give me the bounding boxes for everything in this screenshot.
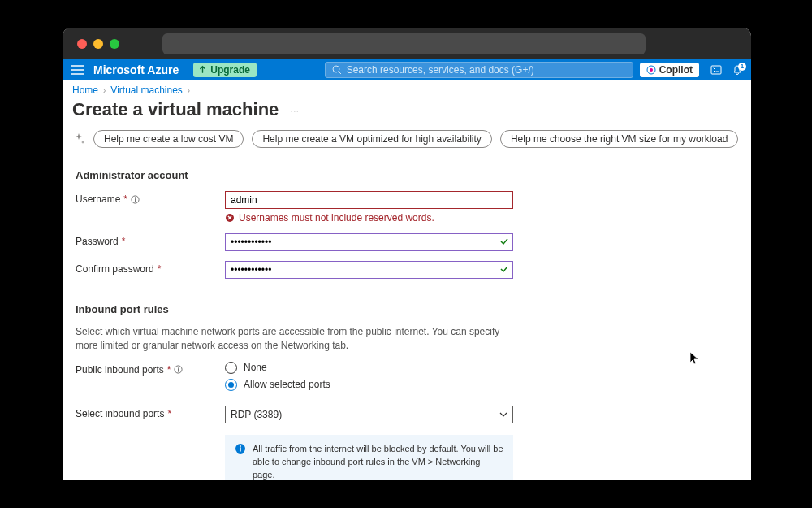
suggestion-low-cost[interactable]: Help me create a low cost VM bbox=[93, 130, 244, 148]
ports-section-heading: Inbound port rules bbox=[76, 303, 741, 315]
browser-window: Microsoft Azure Upgrade Search resources… bbox=[63, 28, 751, 480]
upgrade-button[interactable]: Upgrade bbox=[193, 63, 257, 77]
admin-section-heading: Administrator account bbox=[76, 169, 741, 181]
error-icon bbox=[225, 213, 235, 223]
form-body: Administrator account Username * Usernam… bbox=[63, 153, 751, 480]
cloudshell-button[interactable] bbox=[706, 64, 727, 76]
breadcrumb-virtual-machines[interactable]: Virtual machines bbox=[110, 85, 183, 96]
minimize-window-button[interactable] bbox=[93, 39, 103, 49]
username-error: Usernames must not include reserved word… bbox=[225, 212, 513, 224]
radio-none[interactable]: None bbox=[225, 362, 513, 374]
chevron-down-icon bbox=[499, 410, 508, 419]
check-icon bbox=[499, 237, 509, 249]
page-title-row: Create a virtual machine ··· bbox=[63, 99, 751, 124]
maximize-window-button[interactable] bbox=[110, 39, 119, 49]
content-area: Home › Virtual machines › Create a virtu… bbox=[63, 80, 751, 480]
info-text: All traffic from the internet will be bl… bbox=[253, 443, 503, 480]
svg-point-0 bbox=[333, 66, 339, 72]
svg-point-2 bbox=[650, 68, 653, 72]
notifications-button[interactable]: 1 bbox=[727, 64, 748, 76]
url-bar[interactable] bbox=[162, 33, 646, 54]
required-marker: * bbox=[122, 236, 126, 247]
suggestion-vm-size[interactable]: Help me choose the right VM size for my … bbox=[500, 130, 738, 148]
username-row: Username * Usernames must not include re… bbox=[76, 191, 741, 224]
info-box: All traffic from the internet will be bl… bbox=[225, 435, 513, 480]
chevron-right-icon: › bbox=[103, 86, 106, 95]
hamburger-menu-button[interactable] bbox=[67, 65, 87, 75]
upgrade-icon bbox=[198, 65, 207, 74]
required-marker: * bbox=[158, 263, 162, 275]
password-input[interactable] bbox=[225, 233, 513, 251]
suggestion-high-availability[interactable]: Help me create a VM optimized for high a… bbox=[252, 130, 491, 148]
username-label: Username * bbox=[76, 191, 225, 205]
upgrade-label: Upgrade bbox=[210, 64, 250, 76]
confirm-password-input[interactable] bbox=[225, 261, 513, 279]
required-marker: * bbox=[167, 364, 171, 376]
chevron-right-icon: › bbox=[188, 86, 190, 95]
svg-rect-3 bbox=[711, 66, 721, 74]
info-icon bbox=[235, 443, 246, 454]
password-label: Password * bbox=[76, 233, 225, 247]
close-window-button[interactable] bbox=[77, 39, 87, 49]
confirm-password-label: Confirm password * bbox=[76, 261, 225, 275]
notification-badge: 1 bbox=[738, 63, 746, 71]
check-icon bbox=[499, 264, 509, 276]
sparkle-icon bbox=[72, 132, 85, 147]
copilot-button[interactable]: Copilot bbox=[640, 63, 699, 77]
select-inbound-ports[interactable]: RDP (3389) bbox=[225, 406, 513, 423]
cloudshell-icon bbox=[710, 64, 722, 76]
select-ports-label: Select inbound ports * bbox=[76, 406, 225, 419]
search-input[interactable]: Search resources, services, and docs (G+… bbox=[325, 62, 633, 78]
required-marker: * bbox=[123, 193, 127, 205]
copilot-icon bbox=[646, 65, 656, 75]
search-icon bbox=[332, 65, 342, 75]
page-title: Create a virtual machine bbox=[72, 99, 279, 120]
select-ports-row: Select inbound ports * RDP (3389) bbox=[76, 406, 741, 423]
search-placeholder: Search resources, services, and docs (G+… bbox=[347, 64, 534, 76]
public-ports-label: Public inbound ports * bbox=[76, 362, 225, 376]
titlebar bbox=[63, 28, 751, 59]
breadcrumb: Home › Virtual machines › bbox=[63, 80, 751, 99]
public-ports-row: Public inbound ports * None Allow select… bbox=[76, 362, 741, 391]
info-icon[interactable] bbox=[174, 365, 183, 374]
username-input[interactable] bbox=[225, 191, 513, 209]
password-row: Password * bbox=[76, 233, 741, 251]
radio-icon bbox=[225, 362, 237, 374]
azure-header: Microsoft Azure Upgrade Search resources… bbox=[63, 59, 751, 80]
radio-icon bbox=[225, 379, 237, 391]
more-actions-button[interactable]: ··· bbox=[290, 104, 299, 116]
suggestion-row: Help me create a low cost VM Help me cre… bbox=[63, 124, 751, 153]
breadcrumb-home[interactable]: Home bbox=[72, 85, 98, 96]
required-marker: * bbox=[167, 408, 171, 419]
hamburger-icon bbox=[71, 65, 84, 75]
confirm-password-row: Confirm password * bbox=[76, 261, 741, 279]
brand-label[interactable]: Microsoft Azure bbox=[93, 63, 179, 76]
copilot-label: Copilot bbox=[659, 64, 693, 76]
select-value: RDP (3389) bbox=[231, 409, 282, 420]
info-icon[interactable] bbox=[131, 195, 140, 204]
radio-allow-selected[interactable]: Allow selected ports bbox=[225, 379, 513, 391]
ports-section-help: Select which virtual machine network por… bbox=[76, 325, 506, 354]
